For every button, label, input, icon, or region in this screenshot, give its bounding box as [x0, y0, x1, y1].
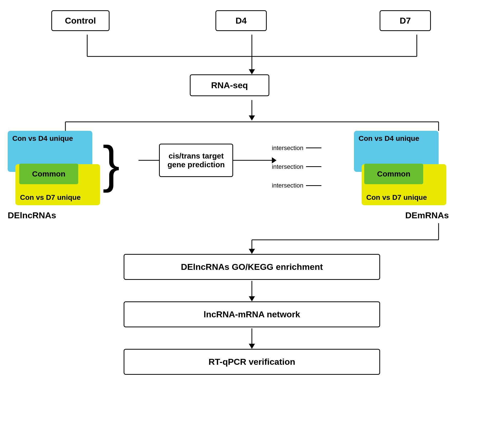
intersection-row-3: intersection	[272, 182, 321, 189]
intersection-text-3: intersection	[272, 182, 303, 189]
intersection-row-2: intersection	[272, 163, 321, 170]
intersection-text-1: intersection	[272, 144, 303, 152]
d4-box: D4	[215, 10, 267, 31]
svg-marker-24	[249, 344, 255, 349]
right-venn-common: Common	[364, 164, 423, 184]
left-brace: }	[103, 131, 120, 198]
diagram-container: Control D4 D7 RNA-seq Con vs D4 unique C…	[0, 0, 504, 443]
delncrnas-label: DElncRNAs	[8, 210, 56, 220]
svg-marker-8	[249, 115, 255, 121]
svg-marker-6	[249, 69, 255, 74]
demrnas-label: DEmRNAs	[405, 210, 449, 220]
verification-box: RT-qPCR verification	[124, 349, 380, 375]
intersection-labels: intersection intersection intersection	[272, 139, 321, 195]
enrichment-box: DElncRNAs GO/KEGG enrichment	[124, 254, 380, 280]
control-box: Control	[51, 10, 110, 31]
connector-lines	[0, 0, 504, 443]
intersection-text-2: intersection	[272, 163, 303, 170]
network-box: lncRNA-mRNA network	[124, 301, 380, 327]
rna-seq-box: RNA-seq	[190, 74, 269, 96]
svg-marker-20	[249, 249, 255, 254]
left-venn-common: Common	[19, 164, 78, 184]
center-prediction-box: cis/trans target gene prediction	[159, 144, 233, 177]
d7-box: D7	[380, 10, 431, 31]
intersection-row-1: intersection	[272, 144, 321, 152]
svg-marker-22	[249, 296, 255, 301]
